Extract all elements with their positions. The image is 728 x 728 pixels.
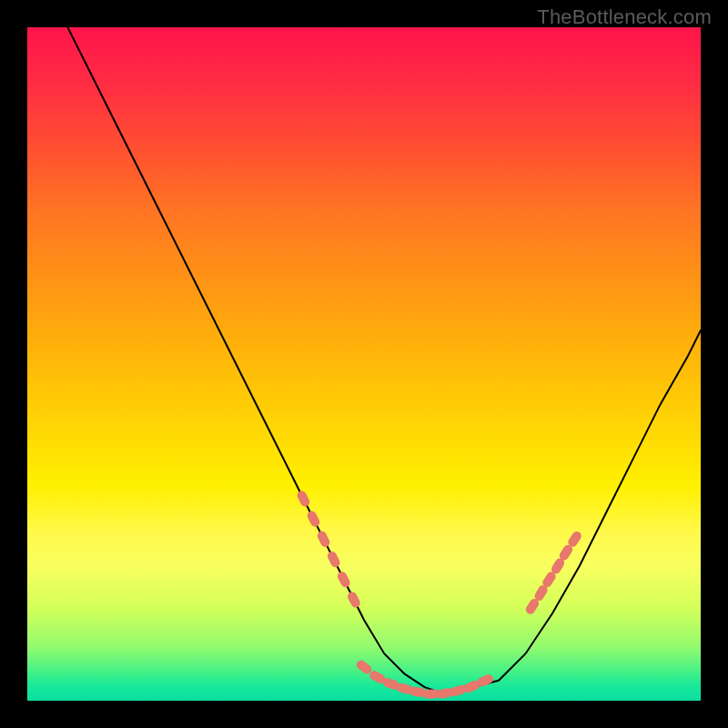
marker-dot (346, 591, 361, 610)
chart-svg (27, 27, 701, 701)
marker-dot (336, 571, 351, 590)
marker-dot (326, 550, 341, 569)
watermark-text: TheBottleneck.com (537, 5, 712, 29)
chart-plot-area (27, 27, 701, 701)
marker-dot (316, 530, 331, 549)
marker-dot (306, 510, 321, 529)
curve-markers (296, 490, 583, 700)
bottleneck-curve (67, 27, 701, 694)
marker-dot (296, 490, 311, 509)
